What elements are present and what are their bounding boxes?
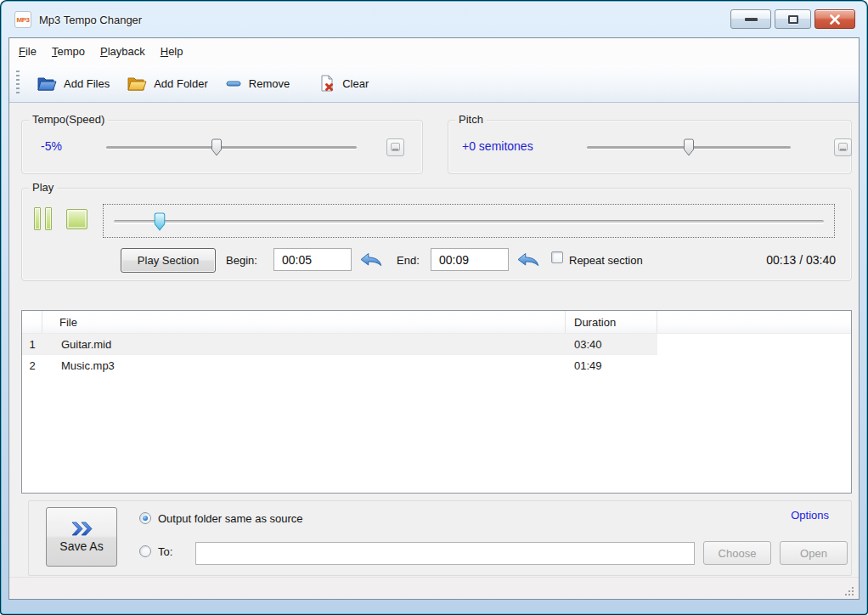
seek-slider[interactable] <box>114 212 824 231</box>
maximize-icon <box>788 15 798 24</box>
tempo-slider-track[interactable] <box>106 146 357 149</box>
column-header-num[interactable] <box>22 311 42 333</box>
file-duration: 03:40 <box>566 338 657 351</box>
play-group: Play Play Section Begin: End: <box>21 188 852 281</box>
play-group-legend: Play <box>29 181 57 194</box>
end-label: End: <box>397 254 420 267</box>
file-row-1[interactable]: 1 Guitar.mid 03:40 <box>22 334 657 355</box>
maximize-button[interactable] <box>775 9 811 29</box>
file-name: Music.mp3 <box>42 359 566 372</box>
to-folder-input[interactable] <box>195 542 695 565</box>
resize-grip[interactable] <box>845 585 855 595</box>
add-folder-label: Add Folder <box>154 77 208 90</box>
output-panel: Save As Output folder same as source To:… <box>28 500 852 576</box>
pause-button[interactable] <box>34 207 52 230</box>
remove-button[interactable]: Remove <box>217 68 298 99</box>
menu-bar: File Tempo Playback Help <box>9 38 859 65</box>
clear-page-icon <box>318 75 335 92</box>
choose-button[interactable]: Choose <box>703 541 771 565</box>
column-header-filler <box>657 311 851 333</box>
pitch-reset-button[interactable] <box>834 138 852 156</box>
menu-playback[interactable]: Playback <box>93 41 153 62</box>
clear-label: Clear <box>342 77 369 90</box>
save-as-label: Save As <box>59 539 103 553</box>
toolbar: Add Files Add Folder Remove <box>9 65 859 103</box>
column-header-file[interactable]: File <box>42 311 566 333</box>
remove-label: Remove <box>249 77 290 90</box>
pitch-reset-dash <box>840 149 846 150</box>
window-controls <box>730 9 855 29</box>
folder-open-blue-icon <box>37 76 57 92</box>
close-button[interactable] <box>814 9 855 29</box>
tempo-reset-dash <box>392 149 398 150</box>
end-input[interactable] <box>431 248 509 271</box>
file-row-2[interactable]: 2 Music.mp3 01:49 <box>22 355 657 376</box>
pause-icon <box>34 207 41 230</box>
row-number: 1 <box>22 338 42 351</box>
pitch-group-legend: Pitch <box>455 113 487 126</box>
file-list-header: File Duration <box>22 311 851 334</box>
seek-slider-track[interactable] <box>114 220 824 223</box>
menu-file[interactable]: File <box>11 41 44 62</box>
window-frame: MP3 Mp3 Tempo Changer File Tempo Playbac… <box>1 1 867 614</box>
window-title: Mp3 Tempo Changer <box>39 14 142 26</box>
time-display: 00:13 / 03:40 <box>766 253 836 267</box>
play-section-button[interactable]: Play Section <box>121 248 216 273</box>
begin-input[interactable] <box>273 248 352 271</box>
app-icon: MP3 <box>14 11 31 28</box>
pitch-group: Pitch +0 semitones <box>448 120 852 174</box>
repeat-section-checkbox[interactable] <box>551 251 563 263</box>
minimize-button[interactable] <box>730 9 771 29</box>
client-area: File Tempo Playback Help Add Files Add F… <box>8 37 860 600</box>
set-end-arrow-icon[interactable] <box>517 252 539 267</box>
pitch-slider[interactable] <box>587 138 791 157</box>
file-list: File Duration 1 Guitar.mid 03:40 2 Music… <box>21 310 852 494</box>
to-label[interactable]: To: <box>158 545 172 558</box>
menu-help[interactable]: Help <box>153 41 191 62</box>
to-folder-radio[interactable] <box>139 545 151 557</box>
menu-tempo[interactable]: Tempo <box>44 41 93 62</box>
stop-button[interactable] <box>66 209 87 229</box>
open-button[interactable]: Open <box>780 541 848 565</box>
clear-button[interactable]: Clear <box>310 68 377 99</box>
set-begin-arrow-icon[interactable] <box>360 252 382 267</box>
minimize-icon <box>745 18 758 21</box>
file-name: Guitar.mid <box>42 338 566 351</box>
seek-slider-thumb[interactable] <box>154 212 166 231</box>
save-as-button[interactable]: Save As <box>46 507 117 567</box>
add-files-label: Add Files <box>64 77 110 90</box>
pitch-value: +0 semitones <box>462 139 533 153</box>
tempo-group-legend: Tempo(Speed) <box>29 113 108 126</box>
tempo-reset-button[interactable] <box>386 138 404 156</box>
title-bar[interactable]: MP3 Mp3 Tempo Changer <box>2 2 866 37</box>
double-chevron-right-icon <box>70 522 93 536</box>
pause-icon <box>45 207 52 230</box>
begin-label: Begin: <box>226 254 257 267</box>
app-window: MP3 Mp3 Tempo Changer File Tempo Playbac… <box>0 0 868 615</box>
remove-minus-icon <box>225 75 242 92</box>
column-header-duration[interactable]: Duration <box>566 311 657 333</box>
same-as-source-radio[interactable] <box>139 512 151 524</box>
toolbar-gripper[interactable] <box>16 71 20 96</box>
status-bar <box>9 577 859 599</box>
repeat-section-label[interactable]: Repeat section <box>569 254 643 267</box>
same-as-source-label[interactable]: Output folder same as source <box>158 512 303 525</box>
file-duration: 01:49 <box>566 359 657 372</box>
add-files-button[interactable]: Add Files <box>28 68 118 99</box>
tempo-slider[interactable] <box>106 138 357 157</box>
seek-slider-focus <box>103 204 835 238</box>
tempo-group: Tempo(Speed) -5% <box>21 120 423 174</box>
pitch-slider-thumb[interactable] <box>684 138 695 156</box>
options-link[interactable]: Options <box>791 509 829 522</box>
add-folder-button[interactable]: Add Folder <box>118 68 217 99</box>
tempo-slider-thumb[interactable] <box>211 138 222 156</box>
tempo-value: -5% <box>41 139 62 153</box>
close-icon <box>829 14 841 25</box>
row-number: 2 <box>22 359 42 372</box>
folder-open-yellow-icon <box>127 76 147 92</box>
